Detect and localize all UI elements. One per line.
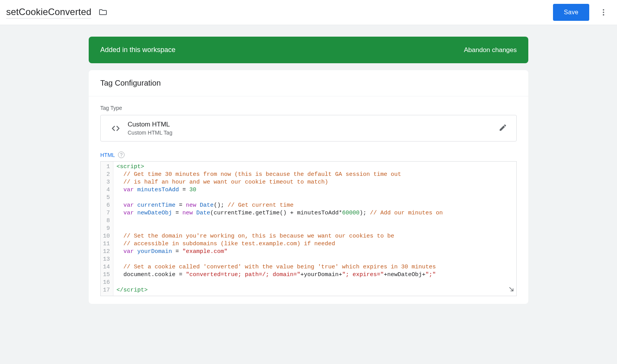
editor-code[interactable]: <script> // Get time 30 minutes from now…	[113, 162, 446, 296]
code-icon	[108, 123, 124, 133]
svg-line-3	[510, 288, 513, 291]
svg-point-0	[603, 9, 604, 11]
tag-type-subtitle: Custom HTML Tag	[128, 130, 496, 136]
folder-icon[interactable]	[98, 8, 108, 17]
svg-point-1	[603, 12, 604, 13]
resize-handle-icon[interactable]	[508, 286, 515, 294]
section-title: Tag Configuration	[89, 70, 528, 96]
more-options-button[interactable]	[596, 5, 611, 20]
save-button[interactable]: Save	[553, 4, 589, 21]
html-editor[interactable]: 1234567891011121314151617 <script> // Ge…	[100, 161, 517, 296]
edit-tag-type-button[interactable]	[496, 121, 509, 135]
top-bar: setCookieConverted Save	[0, 0, 617, 25]
editor-gutter: 1234567891011121314151617	[101, 162, 113, 296]
page-title[interactable]: setCookieConverted	[6, 7, 91, 19]
svg-point-2	[603, 14, 604, 16]
tag-configuration-card: Tag Configuration Tag Type Custom HTML C…	[89, 70, 528, 304]
abandon-changes-button[interactable]: Abandon changes	[464, 46, 517, 54]
tag-type-name: Custom HTML	[128, 121, 496, 128]
banner-message: Added in this workspace	[100, 46, 464, 54]
tag-type-selector[interactable]: Custom HTML Custom HTML Tag	[100, 115, 517, 142]
workspace-banner: Added in this workspace Abandon changes	[89, 37, 528, 63]
html-field-label: HTML	[100, 152, 115, 158]
page-body: Added in this workspace Abandon changes …	[0, 25, 617, 364]
help-icon[interactable]: ?	[118, 152, 125, 158]
tag-type-label: Tag Type	[100, 105, 517, 111]
